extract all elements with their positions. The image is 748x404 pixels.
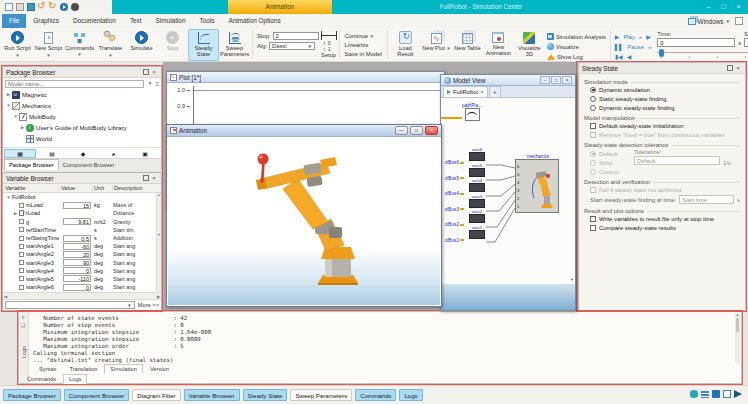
variable-checkbox[interactable] — [19, 244, 24, 249]
variable-row[interactable]: startAngle3 90 deg Start ang — [3, 259, 161, 267]
time-input[interactable] — [657, 38, 735, 47]
library-view-button[interactable]: ▣ — [130, 149, 160, 158]
axis-block[interactable]: axis6 — [468, 147, 486, 163]
minimize-button[interactable]: — — [395, 126, 408, 135]
statusbar-panel-button[interactable]: Package Browser — [3, 389, 61, 401]
statusbar-panel-button[interactable]: Logs — [399, 389, 422, 401]
steady-state-header[interactable]: Steady State × — [579, 63, 745, 74]
ribbon-button[interactable]: New Animation ▼ — [483, 29, 514, 59]
variable-value-input[interactable]: 0 — [63, 267, 91, 274]
bus-connector[interactable]: olBus1 — [441, 233, 465, 249]
variable-value-input[interactable]: 15 — [63, 202, 91, 209]
quick-access-icon[interactable] — [71, 3, 79, 11]
tree-item[interactable]: ▶ User's Guide of MultiBody Library — [3, 122, 161, 133]
tree-expander[interactable]: ▶ — [19, 125, 26, 130]
checkbox-option[interactable]: Compare steady-state results — [584, 223, 740, 232]
axis-block[interactable]: axis4 — [468, 178, 486, 194]
radio-option[interactable]: Dynamic steady-state finding — [584, 103, 740, 112]
variable-value-input[interactable]: -110 — [63, 275, 91, 282]
variable-row[interactable]: ▼ FullRobot — [3, 193, 161, 201]
contextual-tab-animation[interactable]: Animation — [228, 0, 332, 14]
axis-block[interactable]: axis5 — [468, 163, 486, 179]
rewind-icon[interactable]: « — [639, 34, 642, 40]
variable-row[interactable]: startAngle6 0 deg Start ang — [3, 283, 161, 291]
fast-forward-icon[interactable]: » — [648, 44, 651, 50]
browser-tab[interactable]: Component Browser — [59, 160, 119, 170]
statusbar-panel-button[interactable]: Steady State — [243, 389, 288, 401]
close-panel-icon[interactable]: × — [734, 63, 742, 73]
model-view-titlebar[interactable]: Model View – □ × — [441, 75, 575, 86]
model-search-input[interactable] — [5, 80, 144, 88]
ribbon-tab[interactable]: Documentation — [66, 14, 123, 28]
variable-checkbox[interactable] — [19, 268, 24, 273]
bus-connector[interactable]: olBus2 — [441, 217, 465, 233]
variable-filter-select[interactable]: ▼ — [5, 301, 135, 309]
titlebar[interactable]: Animation FullRobot - Simulation Center … — [0, 0, 748, 14]
pause-button[interactable]: ▌▌Pause» — [615, 42, 651, 51]
status-icon-document[interactable] — [723, 390, 731, 398]
tool-link[interactable]: Show Log — [547, 52, 606, 61]
close-panel-icon[interactable]: × — [150, 173, 158, 183]
close-panel-icon[interactable]: × — [150, 67, 158, 77]
speed-select[interactable]: 1▼ — [744, 38, 748, 47]
library-view-button[interactable]: ▦ — [4, 149, 36, 158]
bus-connector[interactable]: olBus3 — [441, 202, 465, 218]
log-tab[interactable]: Simulation — [104, 364, 143, 374]
column-description[interactable]: Description — [113, 185, 161, 191]
dock-tab[interactable]: Commands — [21, 374, 62, 384]
bus-connector[interactable]: olBus4 — [441, 186, 465, 202]
ribbon-button[interactable]: Load Result ▼ — [390, 29, 421, 59]
variable-value-input[interactable]: 0.5 — [63, 235, 91, 242]
ribbon-button[interactable]: Run Script ▼ — [2, 29, 33, 61]
new-tab-button[interactable]: + — [489, 86, 501, 97]
animation-window[interactable]: Animation — □ × — [166, 124, 442, 307]
ribbon-button[interactable]: Stop ▼ — [157, 29, 188, 61]
tree-expander[interactable]: ▼ — [12, 114, 19, 119]
model-diagram[interactable]: pathPla... olBus6olBus5olBus4olBus3olBus… — [441, 98, 575, 286]
column-value[interactable]: Value — [59, 185, 93, 191]
quick-access-icon[interactable] — [38, 3, 46, 11]
ribbon-button[interactable]: Translate ▼ — [95, 29, 126, 61]
float-panel-icon[interactable] — [143, 69, 149, 75]
maximize-button[interactable]: □ — [410, 126, 423, 135]
collapse-tree-icon[interactable]: ≡ — [155, 80, 159, 88]
ribbon-tab[interactable]: Simulation — [149, 14, 193, 28]
ribbon-tab[interactable]: Tools — [192, 14, 221, 28]
variable-row[interactable]: g 9.81 m/s2 Gravity — [3, 218, 161, 226]
tree-item[interactable]: ▼ Mechanics — [3, 100, 161, 111]
variable-row[interactable]: mLoad 15 kg Mass of — [3, 201, 161, 209]
variable-row[interactable]: startAngle5 -110 deg Start ang — [3, 275, 161, 283]
time-slider[interactable] — [657, 49, 748, 58]
vertical-scrollbar[interactable]: ▲▼ — [156, 193, 161, 292]
filter-icon[interactable] — [146, 80, 153, 88]
animation-viewport[interactable] — [168, 137, 440, 305]
tool-link[interactable]: Visualize — [547, 42, 606, 51]
scroll-right-icon[interactable]: ▶ — [157, 294, 160, 299]
variable-row[interactable]: ▶ rLoad Distance — [3, 209, 161, 217]
variable-row[interactable]: startAngle1 -60 deg Start ang — [3, 242, 161, 250]
variable-checkbox[interactable] — [19, 285, 24, 290]
path-planning-block[interactable]: pathPla... — [461, 103, 483, 121]
more-button[interactable]: More >> — [138, 302, 159, 308]
variable-checkbox[interactable] — [19, 260, 24, 265]
horizontal-scrollbar[interactable]: ◀▶ — [3, 292, 161, 299]
library-view-button[interactable]: ▤ — [37, 149, 67, 158]
ribbon-link[interactable]: Continue ▼ — [345, 33, 382, 39]
quick-access-icon[interactable] — [16, 3, 24, 11]
variable-checkbox[interactable] — [19, 219, 24, 224]
variable-row[interactable]: startAngle4 0 deg Start ang — [3, 267, 161, 275]
float-panel-icon[interactable] — [727, 65, 733, 71]
quick-access-icon[interactable] — [49, 3, 57, 11]
simulation-log[interactable]: Number of state events : 42 Number of st… — [33, 315, 731, 364]
mechanics-block[interactable]: mechanics 654321 — [515, 154, 561, 213]
close-panel-icon[interactable]: × — [19, 314, 27, 320]
radio-option[interactable]: Static steady-state finding — [584, 94, 740, 103]
ribbon-link[interactable]: Linearize ▼ — [345, 42, 382, 48]
tree-expander[interactable]: ▼ — [5, 103, 12, 108]
float-panel-icon[interactable]: ❏ — [19, 322, 27, 328]
variable-value-input[interactable]: -60 — [63, 243, 91, 250]
scroll-left-icon[interactable]: ◀ — [4, 294, 7, 299]
ribbon-button[interactable]: Steady State ▼ — [188, 29, 219, 61]
variable-row[interactable]: refSwingTime 0.5 s Addition — [3, 234, 161, 242]
ribbon-tab[interactable]: Animation Options — [221, 14, 287, 28]
